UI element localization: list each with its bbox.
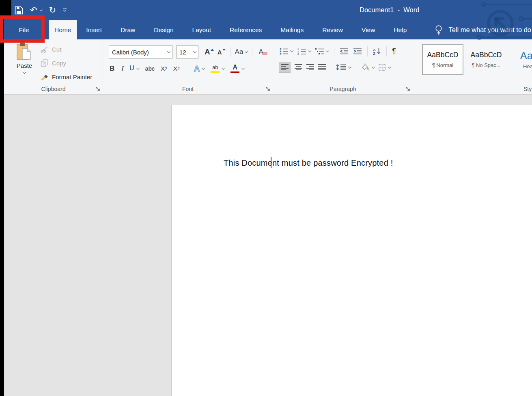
strikethrough-button[interactable]: abc (145, 65, 155, 72)
align-right-button[interactable] (306, 64, 314, 70)
tab-layout[interactable]: Layout (183, 20, 221, 39)
bullets-button[interactable] (280, 48, 293, 55)
clipboard-dialog-launcher-icon[interactable] (95, 87, 101, 92)
customize-qat-icon[interactable] (63, 9, 67, 12)
style-no-spacing[interactable]: AaBbCcD ¶ No Spac... (465, 44, 507, 75)
style-label: ¶ Normal (432, 62, 454, 68)
borders-chevron-icon (388, 65, 391, 68)
document-text[interactable]: This Document must be password Encrypted… (224, 158, 393, 168)
redo-icon[interactable]: ↻ (49, 6, 56, 15)
multilevel-list-button[interactable] (315, 48, 329, 55)
show-hide-pilcrow-button[interactable]: ¶ (392, 47, 396, 56)
styles-group-label: Sty (523, 86, 532, 92)
sort-button[interactable]: A Z (373, 48, 381, 55)
divider (252, 47, 252, 57)
tab-insert[interactable]: Insert (77, 20, 111, 39)
divider (386, 46, 387, 56)
tab-file[interactable]: File (4, 20, 44, 39)
underline-glyph: U (129, 65, 134, 72)
tell-me-label: Tell me what you want to do (448, 26, 531, 34)
font-color-button[interactable]: A (230, 64, 244, 74)
font-name-dropdown-chevron-icon[interactable] (165, 46, 172, 58)
tab-review[interactable]: Review (313, 20, 352, 39)
subscript-button[interactable]: X2 (161, 65, 167, 72)
cut-label: Cut (52, 46, 61, 53)
divider (187, 63, 187, 74)
font-dialog-launcher-icon[interactable] (265, 87, 271, 92)
cut-button[interactable]: Cut (40, 44, 92, 54)
tab-draw[interactable]: Draw (111, 20, 144, 39)
undo-icon[interactable]: ↶ (30, 6, 37, 15)
font-color-glyph: A (233, 64, 237, 71)
svg-text:Z: Z (373, 51, 375, 55)
style-heading1[interactable]: AaB Headi (509, 44, 532, 75)
paste-clipboard-icon (16, 42, 32, 61)
undo-dropdown-chevron-icon[interactable] (40, 8, 43, 11)
ribbon: Paste Cut (0, 39, 532, 95)
font-size-value: 12 (179, 49, 186, 56)
borders-button[interactable] (379, 64, 391, 71)
paste-dropdown-chevron-icon[interactable] (23, 70, 26, 74)
font-group: Calibri (Body) 12 A A Aa (103, 39, 273, 94)
tab-mailings[interactable]: Mailings (271, 20, 313, 39)
increase-indent-button[interactable] (353, 48, 362, 55)
styles-group: AaBbCcD ¶ Normal AaBbCcD ¶ No Spac... Aa… (413, 39, 532, 94)
tab-help[interactable]: Help (384, 20, 416, 39)
shrink-font-button[interactable]: A (218, 49, 226, 56)
underline-button[interactable]: U (129, 65, 139, 72)
font-group-label: Font (103, 86, 273, 92)
grow-font-button[interactable]: A (205, 48, 214, 56)
document-page[interactable]: This Document must be password Encrypted… (171, 105, 532, 396)
tab-references[interactable]: References (220, 20, 271, 39)
align-center-button[interactable] (295, 64, 302, 70)
sort-icon: A Z (373, 48, 381, 55)
divider (334, 46, 334, 56)
change-case-button[interactable]: Aa (235, 48, 248, 56)
style-normal[interactable]: AaBbCcD ¶ Normal (422, 44, 463, 75)
format-painter-label: Format Painter (52, 74, 92, 80)
format-painter-brush-icon (40, 74, 49, 80)
numbering-icon: 123 (297, 48, 306, 55)
superscript-mark-glyph: 2 (177, 67, 180, 71)
highlight-chevron-icon (222, 66, 225, 69)
justify-button[interactable] (318, 64, 326, 70)
shading-button[interactable] (361, 63, 375, 71)
align-left-button[interactable] (279, 62, 291, 73)
style-preview: AaBbCcD (471, 51, 502, 59)
shrink-font-glyph: A (218, 49, 222, 56)
decrease-indent-icon (340, 48, 349, 55)
ribbon-tab-row: File Home Insert Draw Design Layout Refe… (0, 20, 532, 39)
bold-button[interactable]: B (110, 65, 114, 73)
clipboard-group-label: Clipboard (4, 86, 103, 92)
paragraph-group-label: Paragraph (273, 86, 413, 92)
divider (331, 62, 331, 73)
multilevel-chevron-icon (326, 49, 329, 52)
text-effects-button[interactable]: A (194, 64, 205, 74)
superscript-button[interactable]: X2 (173, 65, 180, 72)
increase-indent-icon (353, 48, 362, 55)
text-highlight-button[interactable]: ab (211, 65, 224, 73)
paint-bucket-icon (361, 63, 370, 71)
numbering-button[interactable]: 123 (297, 48, 311, 55)
clipboard-group: Paste Cut (4, 39, 103, 94)
paragraph-dialog-launcher-icon[interactable] (405, 87, 411, 92)
tell-me-box[interactable]: Tell me what you want to do (434, 20, 531, 39)
font-size-combobox[interactable]: 12 (176, 45, 198, 58)
copy-button[interactable]: Copy (40, 58, 92, 68)
italic-button[interactable]: I (121, 65, 123, 73)
tab-view[interactable]: View (352, 20, 384, 39)
font-size-dropdown-chevron-icon[interactable] (191, 46, 198, 58)
tab-design[interactable]: Design (144, 20, 183, 39)
clear-formatting-button[interactable]: A (258, 48, 263, 56)
save-icon[interactable] (15, 6, 23, 15)
decrease-indent-button[interactable] (340, 48, 349, 55)
numbering-chevron-icon (308, 49, 311, 52)
tab-home[interactable]: Home (49, 20, 77, 39)
divider (356, 62, 356, 73)
screen-edge-corner (0, 0, 11, 15)
line-spacing-button[interactable] (336, 64, 351, 71)
font-name-combobox[interactable]: Calibri (Body) (109, 45, 172, 58)
paragraph-group: 123 (273, 39, 413, 94)
format-painter-button[interactable]: Format Painter (40, 72, 92, 82)
text-effects-chevron-icon (202, 66, 205, 69)
